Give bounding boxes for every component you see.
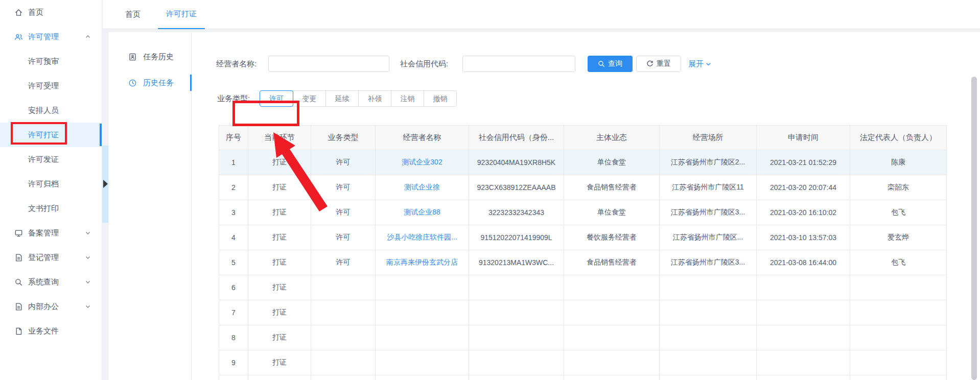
operator-name-link[interactable]: 测试企业徐 — [376, 175, 469, 200]
cell-seq: 9 — [219, 350, 248, 375]
cell-legal-rep: 陈康 — [850, 150, 947, 175]
sidebar-item-license-print-cert[interactable]: 许可打证 — [0, 123, 102, 147]
cell-apply-time — [757, 375, 850, 380]
reset-button[interactable]: 重置 — [636, 56, 681, 72]
sidebar-item-assign-staff[interactable]: 安排人员 — [0, 98, 102, 123]
sidebar-item-license-accept[interactable]: 许可受理 — [0, 74, 102, 98]
sidebar-item-license-preaudit[interactable]: 许可预审 — [0, 49, 102, 74]
credit-code-input[interactable] — [462, 56, 575, 72]
cell-entity-type: 单位食堂 — [564, 150, 660, 175]
operator-name-link[interactable]: 测试企业302 — [376, 150, 469, 175]
sidebar-item-label: 系统查询 — [28, 277, 59, 287]
cell-current-step — [248, 375, 311, 380]
sidebar-item-record-mgmt[interactable]: 备案管理 — [0, 221, 102, 245]
cell-premises: 江苏省扬州市广陵区2... — [660, 150, 757, 175]
refresh-icon — [646, 60, 654, 67]
cell-credit-code: 92320404MA19XR8H5K — [469, 150, 564, 175]
cell-legal-rep — [850, 300, 947, 325]
col-header-current-step: 当前环节 — [248, 126, 311, 150]
cell-entity-type — [564, 375, 660, 380]
sidebar-item-license-archive[interactable]: 许可归档 — [0, 172, 102, 196]
chevron-down-icon — [85, 304, 90, 309]
sidebar-item-label: 许可管理 — [28, 32, 59, 42]
panel-item-label: 任务历史 — [143, 52, 174, 62]
query-button[interactable]: 查询 — [588, 56, 633, 72]
cell-current-step: 打证 — [248, 175, 311, 200]
page-scrollbar-thumb[interactable] — [971, 77, 977, 380]
cell-seq: 1 — [219, 150, 248, 175]
col-header-seq: 序号 — [219, 126, 248, 150]
sidebar-item-license-mgmt[interactable]: 许可管理 — [0, 25, 102, 49]
document-icon — [14, 253, 23, 262]
sidebar-item-label: 许可受理 — [28, 81, 59, 91]
cell-seq: 7 — [219, 300, 248, 325]
cell-credit-code: 91512022071419909L — [469, 225, 564, 250]
biz-type-cancel[interactable]: 注销 — [391, 91, 424, 106]
cell-seq: 2 — [219, 175, 248, 200]
cell-premises: 江苏省扬州市广陵区... — [660, 225, 757, 250]
cell-credit-code — [469, 325, 564, 350]
cell-seq: 3 — [219, 200, 248, 225]
table-row: 9 打证 — [219, 350, 947, 375]
document-icon — [14, 302, 23, 311]
cell-entity-type — [564, 275, 660, 300]
table-row: 1 打证 许可 测试企业302 92320404MA19XR8H5K 单位食堂 … — [219, 150, 947, 175]
sidebar-collapse-handle[interactable] — [103, 180, 108, 188]
panel-item-history-tasks[interactable]: 历史任务 — [109, 73, 192, 92]
table-row: 3 打证 许可 测试企业88 32232332342343 单位食堂 江苏省扬州… — [219, 200, 947, 225]
cell-operator-name — [376, 325, 469, 350]
sidebar: 首页 许可管理 许可预审 许可受理 安排人员 许可打证 许可发证 许可归档 文书… — [0, 0, 102, 380]
search-icon — [14, 278, 23, 287]
biz-type-renewal[interactable]: 延续 — [325, 91, 358, 106]
biz-type-reissue[interactable]: 补领 — [358, 91, 391, 106]
sidebar-item-label: 许可打证 — [28, 130, 59, 140]
tab-home[interactable]: 首页 — [117, 0, 149, 29]
operator-name-link[interactable]: 南京再来伊份玄武分店 — [376, 250, 469, 275]
cell-seq: 8 — [219, 325, 248, 350]
sidebar-item-document-print[interactable]: 文书打印 — [0, 196, 102, 221]
cell-credit-code — [469, 275, 564, 300]
operator-name-link[interactable]: 测试企业88 — [376, 200, 469, 225]
sidebar-item-home[interactable]: 首页 — [0, 0, 102, 25]
cell-legal-rep: 栾韶东 — [850, 175, 947, 200]
users-icon — [14, 33, 23, 41]
expand-link[interactable]: 展开 — [688, 56, 711, 72]
sidebar-item-business-files[interactable]: 业务文件 — [0, 319, 102, 343]
cell-entity-type: 单位食堂 — [564, 200, 660, 225]
cell-current-step: 打证 — [248, 250, 311, 275]
cell-entity-type: 食品销售经营者 — [564, 250, 660, 275]
history-task-table: 序号 当前环节 业务类型 经营者名称 社会信用代码（身份... 主体业态 经营场… — [219, 125, 947, 380]
cell-current-step: 打证 — [248, 150, 311, 175]
sidebar-item-system-query[interactable]: 系统查询 — [0, 270, 102, 294]
cell-current-step: 打证 — [248, 200, 311, 225]
operator-name-link[interactable]: 沙县小吃徐庄软件园... — [376, 225, 469, 250]
biz-type-revoke[interactable]: 撤销 — [424, 91, 456, 106]
cell-premises — [660, 275, 757, 300]
panel-item-task-history[interactable]: 任务历史 — [109, 47, 192, 66]
operator-name-input[interactable] — [268, 56, 389, 72]
sidebar-item-internal-office[interactable]: 内部办公 — [0, 294, 102, 319]
home-icon — [14, 8, 23, 17]
sidebar-item-label: 安排人员 — [28, 106, 59, 115]
table-row: 4 打证 许可 沙县小吃徐庄软件园... 91512022071419909L … — [219, 225, 947, 250]
cell-credit-code — [469, 300, 564, 325]
cell-legal-rep: 包飞 — [850, 200, 947, 225]
biz-type-license[interactable]: 许可 — [260, 90, 293, 107]
cell-apply-time — [757, 275, 850, 300]
tab-label: 首页 — [125, 10, 141, 19]
tab-license-print-cert[interactable]: 许可打证 — [158, 0, 205, 29]
cell-entity-type: 餐饮服务经营者 — [564, 225, 660, 250]
sidebar-item-registration-mgmt[interactable]: 登记管理 — [0, 245, 102, 270]
biz-type-change[interactable]: 变更 — [293, 91, 325, 106]
cell-premises — [660, 300, 757, 325]
sidebar-item-license-issue[interactable]: 许可发证 — [0, 147, 102, 172]
cell-apply-time — [757, 325, 850, 350]
cell-biz-type: 许可 — [311, 175, 376, 200]
tab-bar: 首页 许可打证 — [103, 0, 980, 29]
table-row: 5 打证 许可 南京再来伊份玄武分店 91320213MA1W3WC... 食品… — [219, 250, 947, 275]
cell-legal-rep: 爱玄烨 — [850, 225, 947, 250]
tab-label: 许可打证 — [166, 9, 197, 19]
sidebar-item-label: 许可归档 — [28, 179, 59, 189]
cell-biz-type — [311, 275, 376, 300]
operator-name-label: 经营者名称: — [216, 56, 256, 72]
